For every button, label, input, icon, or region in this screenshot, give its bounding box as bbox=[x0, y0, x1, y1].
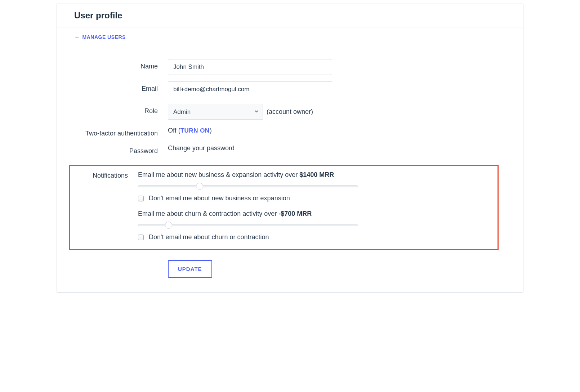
page-title: User profile bbox=[74, 10, 506, 21]
expansion-threshold-value: $1400 MRR bbox=[299, 171, 334, 178]
update-button[interactable]: Update bbox=[168, 260, 212, 278]
password-row: Password Change your password bbox=[74, 144, 506, 155]
expansion-optout-label: Don't email me about new business or exp… bbox=[149, 195, 290, 202]
expansion-text-prefix: Email me about new business & expansion … bbox=[138, 171, 299, 178]
twofa-status-prefix: Off ( bbox=[168, 127, 180, 134]
submit-row: Update bbox=[168, 260, 506, 278]
twofa-status-suffix: ) bbox=[210, 127, 212, 134]
notifications-area: Email me about new business & expansion … bbox=[138, 171, 492, 241]
expansion-threshold-slider[interactable] bbox=[138, 183, 358, 190]
slider-track bbox=[138, 185, 358, 187]
user-profile-panel: User profile ← Manage Users Name Email bbox=[57, 4, 523, 293]
role-select[interactable]: Admin bbox=[168, 104, 263, 120]
notifications-row: Notifications Email me about new busines… bbox=[74, 165, 506, 250]
churn-optout-checkbox[interactable] bbox=[138, 235, 144, 240]
name-row: Name bbox=[74, 59, 506, 75]
password-label: Password bbox=[74, 144, 168, 155]
manage-users-link[interactable]: ← Manage Users bbox=[74, 34, 126, 40]
churn-optout-label: Don't email me about churn or contractio… bbox=[149, 233, 269, 241]
email-label: Email bbox=[74, 81, 168, 93]
manage-users-label: Manage Users bbox=[82, 34, 126, 40]
churn-threshold-value: -$700 MRR bbox=[278, 210, 312, 217]
name-input[interactable] bbox=[168, 59, 332, 75]
slider-thumb[interactable] bbox=[196, 183, 203, 190]
twofa-turn-on-link[interactable]: Turn On bbox=[180, 127, 210, 134]
role-label: Role bbox=[74, 104, 168, 115]
panel-body: ← Manage Users Name Email Role bbox=[57, 27, 523, 292]
expansion-notification-block: Email me about new business & expansion … bbox=[138, 171, 492, 202]
notifications-label: Notifications bbox=[75, 171, 138, 179]
expansion-threshold-text: Email me about new business & expansion … bbox=[138, 171, 492, 179]
churn-optout-row: Don't email me about churn or contractio… bbox=[138, 233, 492, 241]
churn-threshold-slider[interactable] bbox=[138, 222, 358, 228]
profile-form: Name Email Role Admin bbox=[74, 59, 506, 278]
expansion-optout-checkbox[interactable] bbox=[138, 196, 144, 201]
change-password-link[interactable]: Change your password bbox=[168, 144, 235, 152]
email-input[interactable] bbox=[168, 81, 332, 97]
name-label: Name bbox=[74, 59, 168, 70]
slider-thumb[interactable] bbox=[165, 222, 172, 229]
expansion-optout-row: Don't email me about new business or exp… bbox=[138, 195, 492, 202]
churn-text-prefix: Email me about churn & contraction activ… bbox=[138, 210, 278, 217]
role-row: Role Admin (account owner) bbox=[74, 104, 506, 120]
churn-notification-block: Email me about churn & contraction activ… bbox=[138, 210, 492, 241]
twofa-status: Off (Turn On) bbox=[168, 126, 212, 134]
twofa-label: Two-factor authentication bbox=[74, 126, 168, 137]
churn-threshold-text: Email me about churn & contraction activ… bbox=[138, 210, 492, 218]
arrow-left-icon: ← bbox=[74, 34, 80, 40]
notifications-highlight: Notifications Email me about new busines… bbox=[69, 165, 499, 250]
role-note: (account owner) bbox=[267, 108, 313, 116]
twofa-row: Two-factor authentication Off (Turn On) bbox=[74, 126, 506, 137]
panel-header: User profile bbox=[57, 4, 523, 27]
email-row: Email bbox=[74, 81, 506, 97]
